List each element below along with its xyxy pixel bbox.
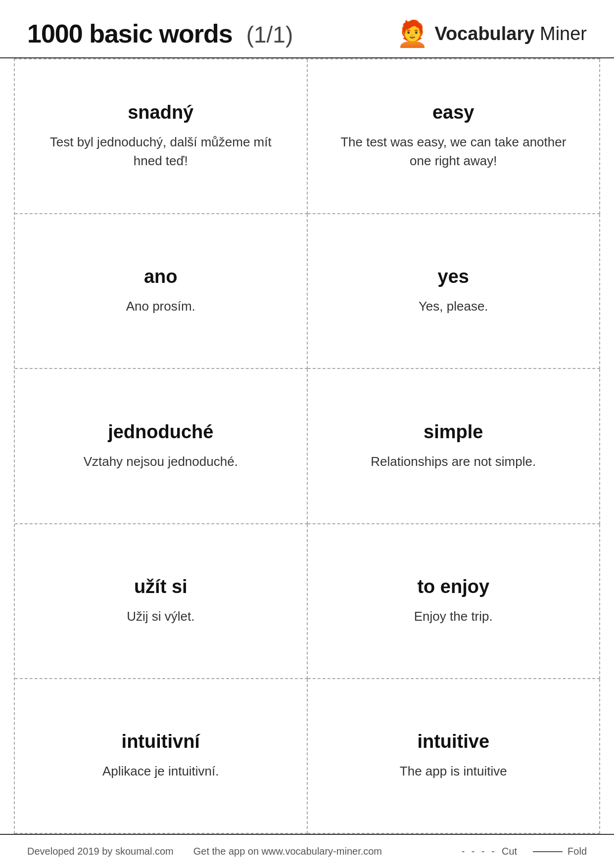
card-word-left-3: užít si: [134, 576, 188, 597]
card-sentence-left-3: Užij si výlet.: [127, 607, 194, 626]
brand-name: Vocabulary Miner: [434, 23, 587, 45]
footer-cut: - - - - Cut: [462, 846, 517, 857]
cut-label: Cut: [502, 846, 517, 857]
card-left-3: užít si Užij si výlet.: [15, 524, 308, 679]
pagination: (1/1): [246, 21, 293, 48]
brand: 🧑‍🦰 Vocabulary Miner: [396, 21, 587, 46]
card-sentence-left-4: Aplikace je intuitivní.: [102, 762, 219, 781]
header: 1000 basic words (1/1) 🧑‍🦰 Vocabulary Mi…: [0, 0, 614, 58]
footer-developed: Developed 2019 by skoumal.com: [27, 846, 174, 857]
card-word-left-4: intuitivní: [122, 731, 200, 752]
card-sentence-right-3: Enjoy the trip.: [414, 607, 493, 626]
card-word-left-1: ano: [144, 266, 178, 287]
card-word-right-4: intuitive: [417, 731, 489, 752]
card-sentence-right-2: Relationships are not simple.: [371, 453, 536, 471]
card-sentence-right-4: The app is intuitive: [400, 762, 507, 781]
card-right-1: yes Yes, please.: [308, 214, 601, 369]
footer: Developed 2019 by skoumal.com Get the ap…: [0, 834, 614, 868]
brand-bold: Vocabulary: [434, 23, 534, 44]
card-grid: snadný Test byl jednoduchý, další můžeme…: [14, 58, 600, 834]
card-word-right-1: yes: [438, 266, 469, 287]
card-sentence-right-0: The test was easy, we can take another o…: [331, 133, 576, 170]
card-right-4: intuitive The app is intuitive: [308, 679, 601, 834]
brand-rest: Miner: [534, 23, 587, 44]
footer-right: - - - - Cut Fold: [462, 846, 587, 857]
card-left-1: ano Ano prosím.: [15, 214, 308, 369]
card-word-right-3: to enjoy: [417, 576, 489, 597]
card-word-right-0: easy: [432, 102, 474, 123]
card-sentence-left-2: Vztahy nejsou jednoduché.: [84, 453, 238, 471]
fold-line-icon: [533, 851, 563, 852]
card-word-left-2: jednoduché: [108, 421, 213, 443]
page-title: 1000 basic words: [27, 19, 233, 48]
card-left-2: jednoduché Vztahy nejsou jednoduché.: [15, 369, 308, 524]
card-sentence-left-0: Test byl jednoduchý, další můžeme mít hn…: [39, 133, 283, 170]
footer-fold: Fold: [533, 846, 587, 857]
card-right-0: easy The test was easy, we can take anot…: [308, 59, 601, 214]
card-right-3: to enjoy Enjoy the trip.: [308, 524, 601, 679]
footer-get-app: Get the app on www.vocabulary-miner.com: [193, 846, 382, 857]
card-left-0: snadný Test byl jednoduchý, další můžeme…: [15, 59, 308, 214]
card-word-left-0: snadný: [128, 102, 193, 123]
footer-left: Developed 2019 by skoumal.com Get the ap…: [27, 846, 382, 857]
card-sentence-right-1: Yes, please.: [419, 297, 488, 316]
card-right-2: simple Relationships are not simple.: [308, 369, 601, 524]
card-sentence-left-1: Ano prosím.: [126, 297, 195, 316]
fold-label: Fold: [567, 846, 587, 857]
card-left-4: intuitivní Aplikace je intuitivní.: [15, 679, 308, 834]
page: 1000 basic words (1/1) 🧑‍🦰 Vocabulary Mi…: [0, 0, 614, 868]
header-left: 1000 basic words (1/1): [27, 19, 293, 48]
brand-emoji: 🧑‍🦰: [396, 21, 428, 46]
cut-dots-icon: - - - -: [462, 846, 497, 857]
card-word-right-2: simple: [424, 421, 483, 443]
